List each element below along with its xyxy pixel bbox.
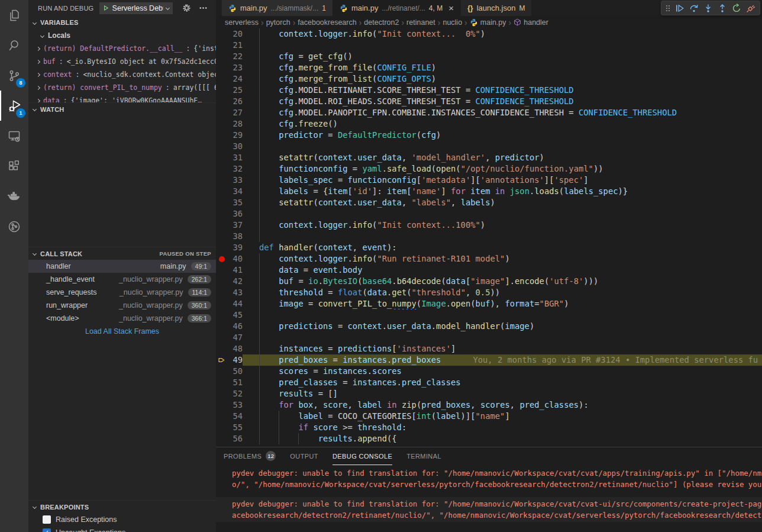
step-over-button[interactable]	[687, 1, 701, 15]
variable-row[interactable]: buf:<_io.BytesIO object at 0x7f5a2dc1ecc…	[28, 55, 216, 68]
code-line-content[interactable]: cfg = get_cfg()	[243, 51, 762, 62]
breadcrumb-item-main.py[interactable]: main.py	[470, 18, 506, 27]
line-number[interactable]: 47	[228, 332, 243, 343]
code-line-content[interactable]: cfg.freeze()	[243, 118, 762, 130]
gutter-margin[interactable]	[216, 242, 228, 253]
gutter-margin[interactable]	[216, 96, 228, 107]
line-number[interactable]: 50	[228, 366, 243, 377]
line-number[interactable]: 29	[228, 130, 243, 141]
gutter-margin[interactable]	[216, 253, 228, 265]
line-number[interactable]: 28	[228, 118, 243, 130]
panel-tab-debug-console[interactable]: DEBUG CONSOLE	[332, 447, 392, 465]
code-line-content[interactable]: data = event.body	[243, 265, 762, 276]
line-number[interactable]: 34	[228, 186, 243, 197]
line-number[interactable]: 53	[228, 399, 243, 411]
line-number[interactable]: 32	[228, 163, 243, 175]
code-line-content[interactable]: predictions = context.user_data.model_ha…	[243, 321, 762, 332]
gutter-margin[interactable]	[216, 422, 228, 433]
step-into-button[interactable]	[701, 1, 715, 15]
code-line-content[interactable]: if score >= threshold:	[243, 422, 762, 433]
code-line-content[interactable]: image = convert_PIL_to_numpy(Image.open(…	[243, 298, 762, 309]
activity-item-source-control[interactable]: 8	[0, 60, 28, 91]
more-actions-button[interactable]	[199, 4, 208, 12]
line-number[interactable]: 22	[228, 51, 243, 62]
gutter-margin[interactable]	[216, 62, 228, 73]
activity-item-run-and-debug[interactable]: 1	[0, 91, 28, 121]
line-number[interactable]: 43	[228, 287, 243, 298]
code-line-content[interactable]: setattr(context.user_data, 'model_handle…	[243, 152, 762, 163]
line-number[interactable]: 20	[228, 28, 243, 40]
gutter-margin[interactable]	[216, 309, 228, 321]
tab-main.py.../siammask/...[interactable]: main.py.../siammask/...1	[222, 0, 332, 16]
gutter-margin[interactable]	[216, 332, 228, 343]
breadcrumb-item-handler[interactable]: handler	[514, 18, 548, 27]
line-number[interactable]: 49	[228, 354, 243, 366]
breadcrumb-item-nuclio[interactable]: nuclio	[443, 18, 462, 27]
line-number[interactable]: 33	[228, 175, 243, 186]
close-icon[interactable]: ×	[448, 3, 454, 13]
gutter-margin[interactable]	[216, 265, 228, 276]
gutter-margin[interactable]	[216, 141, 228, 152]
gutter-margin[interactable]	[216, 298, 228, 309]
gutter-margin[interactable]	[216, 85, 228, 96]
debug-settings-button[interactable]	[182, 4, 191, 12]
gutter-margin[interactable]	[216, 354, 228, 366]
activity-item-search[interactable]	[0, 30, 28, 60]
locals-scope[interactable]: Locals	[28, 29, 216, 42]
activity-item-explorer[interactable]	[0, 0, 28, 30]
line-number[interactable]: 39	[228, 242, 243, 253]
line-number[interactable]: 55	[228, 422, 243, 433]
code-line-content[interactable]: results = []	[243, 388, 762, 399]
code-line-content[interactable]: threshold = float(data.get("threshold", …	[243, 287, 762, 298]
continue-button[interactable]	[673, 1, 687, 15]
gutter-margin[interactable]	[216, 399, 228, 411]
stack-frame-row[interactable]: <module>_nuclio_wrapper.py366:1	[28, 312, 216, 325]
code-line-content[interactable]: context.logger.info("Init context... 0%"…	[243, 28, 762, 40]
code-line-content[interactable]: labels_spec = functionconfig['metadata']…	[243, 175, 762, 186]
debug-config-dropdown[interactable]: Serverless Debu	[99, 2, 173, 14]
code-line-content[interactable]: for box, score, label in zip(pred_boxes,…	[243, 399, 762, 411]
panel-tab-terminal[interactable]: TERMINAL	[406, 447, 441, 465]
gutter-margin[interactable]	[216, 73, 228, 85]
gutter-margin[interactable]	[216, 118, 228, 130]
code-line-content[interactable]: pred_classes = instances.pred_classes	[243, 377, 762, 388]
variable-row[interactable]: data:{'image': 'iVBORw0KGgoAAAANSUhE…	[28, 94, 216, 102]
code-line-content[interactable]: cfg.merge_from_file(CONFIG_FILE)	[243, 62, 762, 73]
code-line-content[interactable]: buf = io.BytesIO(base64.b64decode(data["…	[243, 276, 762, 287]
code-line-content[interactable]: label = COCO_CATEGORIES[int(label)]["nam…	[243, 411, 762, 422]
code-line-content[interactable]: cfg.MODEL.RETINANET.SCORE_THRESH_TEST = …	[243, 85, 762, 96]
code-line-content[interactable]: def handler(context, event):	[243, 242, 762, 253]
gutter-margin[interactable]	[216, 208, 228, 220]
gutter-margin[interactable]	[216, 28, 228, 40]
activity-item-extensions[interactable]	[0, 151, 28, 181]
stack-frame-row[interactable]: run_wrapper_nuclio_wrapper.py360:1	[28, 299, 216, 312]
gutter-margin[interactable]	[216, 366, 228, 377]
code-line-content[interactable]: predictor = DefaultPredictor(cfg)	[243, 130, 762, 141]
gutter-margin[interactable]	[216, 377, 228, 388]
line-number[interactable]: 38	[228, 231, 243, 242]
code-line-content[interactable]: results.append({	[243, 433, 762, 444]
breakpoint-row[interactable]: Raised Exceptions	[28, 513, 216, 526]
code-line-content[interactable]	[243, 40, 762, 51]
load-all-stack-frames-link[interactable]: Load All Stack Frames	[28, 325, 216, 338]
panel-tab-problems[interactable]: PROBLEMS12	[224, 447, 276, 465]
line-number[interactable]: 35	[228, 197, 243, 208]
debug-console-output[interactable]: pydev debugger: unable to find translati…	[216, 465, 762, 522]
gutter-margin[interactable]	[216, 231, 228, 242]
gutter-margin[interactable]	[216, 321, 228, 332]
line-number[interactable]: 41	[228, 265, 243, 276]
gutter-margin[interactable]	[216, 197, 228, 208]
code-line-content[interactable]	[243, 141, 762, 152]
code-line-content[interactable]	[243, 231, 762, 242]
line-number[interactable]: 46	[228, 321, 243, 332]
line-number[interactable]: 30	[228, 141, 243, 152]
line-number[interactable]: 26	[228, 96, 243, 107]
gutter-margin[interactable]	[216, 411, 228, 422]
code-line-content[interactable]: scores = instances.scores	[243, 366, 762, 377]
gutter-margin[interactable]	[216, 163, 228, 175]
line-number[interactable]: 27	[228, 107, 243, 118]
gutter-margin[interactable]	[216, 433, 228, 444]
line-number[interactable]: 21	[228, 40, 243, 51]
activity-item-remote-explorer[interactable]	[0, 121, 28, 151]
line-number[interactable]: 54	[228, 411, 243, 422]
